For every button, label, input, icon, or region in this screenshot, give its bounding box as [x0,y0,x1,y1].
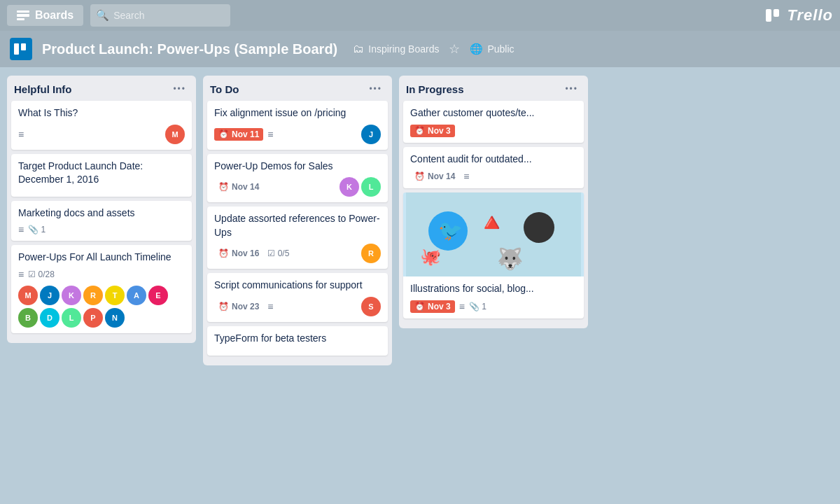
card-meta-left: ≡☑ 0/28 [18,269,55,280]
card-meta-left: ⏰ Nov 23≡ [214,300,274,313]
attachment-badge: 📎 1 [469,302,486,312]
card-title: Illustrations for social, blog... [410,282,577,296]
avatar: L [62,308,81,328]
checklist-badge: ☑ 0/28 [28,270,55,279]
card[interactable]: Fix alignment issue on /pricing⏰ Nov 11≡… [207,101,388,150]
card[interactable]: What Is This?≡M [11,101,192,150]
trello-text: Trello [787,6,833,24]
card[interactable]: Content audit for outdated...⏰ Nov 14≡ [403,147,584,189]
card-title: Fix alignment issue on /pricing [214,106,381,120]
due-date-badge: ⏰ Nov 3 [410,300,455,313]
description-icon: ≡ [463,171,469,182]
description-icon: ≡ [18,269,24,280]
list-menu-button[interactable]: ••• [366,83,385,95]
card-meta-left: ≡📎 1 [18,224,46,235]
card[interactable]: 🐦 🔺 🐙 🐺 Illustrations for social, blog..… [403,192,584,318]
avatar: D [40,308,59,328]
card[interactable]: TypeForm for beta testers [207,326,388,356]
card-title: TypeForm for beta testers [214,332,381,346]
card-meta-left: ≡ [18,129,24,140]
clock-icon: ⏰ [414,126,425,136]
search-icon: 🔍 [96,9,109,22]
card-meta-left: ⏰ Nov 14≡ [410,170,470,183]
card-title: Gather customer quotes/te... [410,106,577,120]
trello-logo: Trello [766,6,833,24]
card-meta-left: ⏰ Nov 11≡ [214,128,274,141]
card[interactable]: Gather customer quotes/te...⏰ Nov 3 [403,101,584,143]
visibility-label: Public [487,43,514,55]
list-header: In Progress••• [403,81,584,101]
inspiring-boards-button[interactable]: 🗂 Inspiring Boards [353,43,439,55]
due-date-badge: ⏰ Nov 14 [214,181,263,193]
search-bar[interactable]: 🔍 [90,4,230,27]
description-icon: ≡ [267,301,273,312]
clock-icon: ⏰ [218,248,229,258]
boards-button[interactable]: Boards [7,5,83,26]
description-icon: ≡ [459,301,465,312]
card-meta: ⏰ Nov 3≡📎 1 [410,300,577,313]
card-title: Update assorted references to Power-Ups [214,212,381,239]
avatar: R [361,244,381,263]
card[interactable]: Power-Up Demos for Sales⏰ Nov 14KL [207,154,388,203]
avatar: M [165,125,185,144]
card-avatars: R [361,244,381,263]
avatar: P [83,308,103,328]
visibility-button[interactable]: 🌐 Public [470,43,514,55]
card[interactable]: Update assorted references to Power-Ups⏰… [207,206,388,269]
star-button[interactable]: ☆ [449,41,460,57]
card-meta-left: ⏰ Nov 14 [214,181,263,193]
card-title: Content audit for outdated... [410,153,577,167]
card[interactable]: Power-Ups For All Launch Timeline≡☑ 0/28… [11,245,192,333]
list-title: In Progress [406,83,464,95]
list-title: Helpful Info [14,83,72,95]
avatar: K [340,177,359,197]
list-in-progress: In Progress•••Gather customer quotes/te.… [399,76,588,328]
boards-icon [17,10,29,20]
avatar: N [105,308,125,328]
inspiring-boards-icon: 🗂 [353,43,364,55]
card-meta: ⏰ Nov 14KL [214,177,381,197]
card-title: Power-Up Demos for Sales [214,160,381,174]
list-title: To Do [210,83,239,95]
svg-text:🐺: 🐺 [497,246,524,272]
clock-icon: ⏰ [218,130,229,139]
list-menu-button[interactable]: ••• [170,83,189,95]
card[interactable]: Target Product Launch Date: December 1, … [11,154,192,197]
card[interactable]: Script communications for support⏰ Nov 2… [207,273,388,322]
svg-point-6 [524,212,554,243]
card-meta-left: ⏰ Nov 16☑ 0/5 [214,247,289,260]
board-title: Product Launch: Power-Ups (Sample Board) [42,41,337,57]
clock-icon: ⏰ [218,182,229,192]
card-avatars: J [361,125,381,144]
card-meta: ⏰ Nov 11≡J [214,125,381,144]
avatar: M [18,286,38,305]
card-meta: ⏰ Nov 16☑ 0/5R [214,244,381,263]
trello-logo-icon [766,9,781,22]
card-meta-left: ⏰ Nov 3 [410,125,455,137]
card-meta: ⏰ Nov 14≡ [410,170,577,183]
avatar: S [361,297,381,316]
card[interactable]: Marketing docs and assets≡📎 1 [11,201,192,241]
board-header: Product Launch: Power-Ups (Sample Board)… [0,31,840,67]
avatar: R [83,286,103,305]
avatar: L [361,177,381,197]
clock-icon: ⏰ [414,302,425,312]
list-header: Helpful Info••• [11,81,192,101]
avatar: E [148,286,168,305]
card-avatars-grid: MJKRTAEBDLPN [18,286,185,328]
avatar: B [18,308,38,328]
due-date-badge: ⏰ Nov 16 [214,247,263,260]
list-menu-button[interactable]: ••• [562,83,581,95]
avatar: J [361,125,381,144]
card-meta: ⏰ Nov 23≡S [214,297,381,316]
card-meta: ≡📎 1 [18,224,185,235]
card-title: What Is This? [18,106,185,120]
svg-text:🐦: 🐦 [438,219,463,242]
avatar: K [62,286,81,305]
clock-icon: ⏰ [414,172,425,181]
list-to-do: To Do•••Fix alignment issue on /pricing⏰… [203,76,392,365]
search-input[interactable] [113,10,211,21]
due-date-badge: ⏰ Nov 11 [214,128,263,141]
globe-icon: 🌐 [470,43,483,55]
boards-label: Boards [35,9,74,22]
